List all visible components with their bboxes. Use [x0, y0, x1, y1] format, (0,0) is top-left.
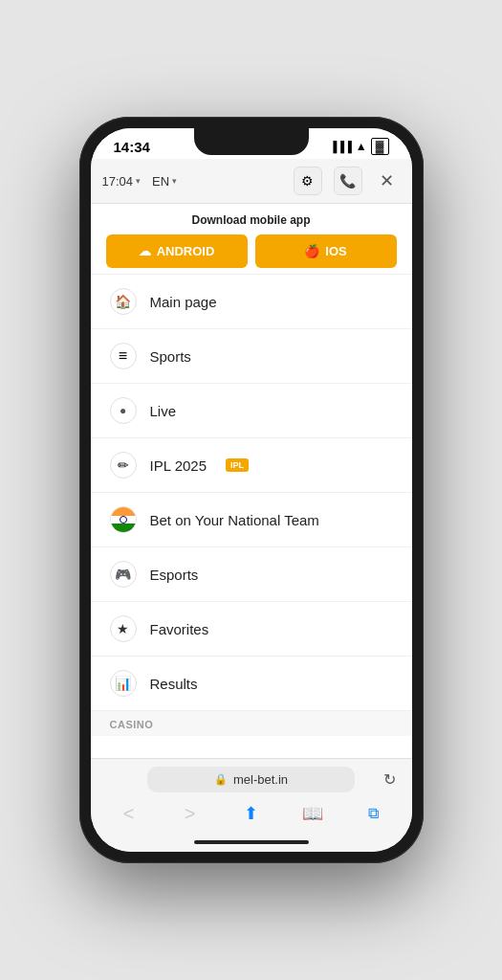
- close-button[interactable]: ✕: [374, 167, 401, 194]
- lang-chevron-icon: ▾: [172, 176, 177, 186]
- android-download-button[interactable]: ☁ ANDROID: [106, 234, 248, 268]
- lang-dropdown[interactable]: EN ▾: [152, 174, 177, 189]
- india-flag-icon: [110, 506, 137, 533]
- close-icon: ✕: [380, 170, 394, 191]
- forward-icon: >: [185, 803, 196, 825]
- settings-icon: ⚙: [301, 173, 314, 189]
- ios-label: IOS: [325, 244, 346, 258]
- results-icon: 📊: [110, 670, 137, 697]
- download-buttons: ☁ ANDROID 🍎 IOS: [106, 234, 397, 268]
- android-label: ANDROID: [157, 244, 215, 258]
- lock-icon: 🔒: [214, 773, 228, 786]
- menu-label-favorites: Favorites: [150, 621, 209, 637]
- menu-label-sports: Sports: [150, 348, 191, 365]
- settings-button[interactable]: ⚙: [294, 167, 322, 195]
- sports-icon: ≡: [110, 343, 137, 369]
- time-dropdown[interactable]: 17:04 ▾: [102, 174, 142, 189]
- browser-time: 17:04: [102, 174, 134, 189]
- share-button[interactable]: ⬆: [234, 800, 269, 827]
- status-time: 14:34: [114, 139, 150, 155]
- menu-item-sports[interactable]: ≡ Sports: [91, 329, 412, 384]
- address-text: mel-bet.in: [233, 772, 288, 787]
- phone-frame: 14:34 ▐▐▐ ▲ ▓ 17:04 ▾ EN ▾ ⚙: [79, 117, 424, 863]
- ipl-badge: IPL: [226, 458, 249, 472]
- live-icon: ●: [110, 397, 137, 424]
- tabs-icon: ⧉: [368, 805, 379, 822]
- main-content: Download mobile app ☁ ANDROID 🍎 IOS: [91, 204, 412, 758]
- home-indicator: [194, 840, 309, 844]
- menu-label-live: Live: [150, 403, 177, 419]
- time-chevron-icon: ▾: [136, 176, 141, 186]
- forward-button[interactable]: >: [173, 800, 207, 827]
- browser-bar: 17:04 ▾ EN ▾ ⚙ 📞 ✕: [91, 159, 412, 204]
- bookmarks-button[interactable]: 📖: [295, 800, 330, 827]
- menu-item-national-team[interactable]: Bet on Your National Team: [91, 493, 412, 547]
- menu-label-ipl: IPL 2025: [150, 457, 207, 474]
- notch: [194, 128, 309, 155]
- phone-button[interactable]: 📞: [334, 167, 362, 195]
- bookmarks-icon: 📖: [302, 803, 323, 824]
- nav-buttons: < > ⬆ 📖 ⧉: [91, 798, 412, 833]
- browser-bottom: 🔒 mel-bet.in ↻ < > ⬆: [91, 758, 412, 852]
- download-banner: Download mobile app ☁ ANDROID 🍎 IOS: [91, 204, 412, 275]
- wifi-icon: ▲: [356, 140, 367, 153]
- tabs-button[interactable]: ⧉: [357, 800, 391, 827]
- menu-label-main-page: Main page: [150, 294, 217, 310]
- apple-icon: 🍎: [304, 244, 319, 258]
- browser-lang: EN: [152, 174, 169, 189]
- address-bar[interactable]: 🔒 mel-bet.in: [147, 767, 355, 792]
- phone-container: 14:34 ▐▐▐ ▲ ▓ 17:04 ▾ EN ▾ ⚙: [0, 0, 502, 980]
- ios-download-button[interactable]: 🍎 IOS: [255, 234, 397, 268]
- menu-label-esports: Esports: [150, 567, 199, 583]
- menu-label-national-team: Bet on Your National Team: [150, 512, 319, 528]
- menu-item-results[interactable]: 📊 Results: [91, 657, 412, 711]
- download-title: Download mobile app: [106, 213, 397, 227]
- share-icon: ⬆: [244, 803, 258, 824]
- favorites-icon: ★: [110, 615, 137, 642]
- menu-item-ipl[interactable]: ✏ IPL 2025 IPL: [91, 438, 412, 493]
- menu-item-esports[interactable]: 🎮 Esports: [91, 547, 412, 602]
- menu-list: 🏠 Main page ≡ Sports ● Live: [91, 275, 412, 711]
- menu-item-favorites[interactable]: ★ Favorites: [91, 602, 412, 657]
- esports-icon: 🎮: [110, 561, 137, 588]
- casino-section-label: CASINO: [91, 711, 412, 736]
- menu-label-results: Results: [150, 676, 198, 692]
- menu-item-main-page[interactable]: 🏠 Main page: [91, 275, 412, 329]
- cloud-icon: ☁: [139, 244, 151, 258]
- status-icons: ▐▐▐ ▲ ▓: [329, 138, 388, 155]
- signal-icon: ▐▐▐: [329, 141, 351, 152]
- phone-screen: 14:34 ▐▐▐ ▲ ▓ 17:04 ▾ EN ▾ ⚙: [91, 128, 412, 852]
- back-button[interactable]: <: [112, 800, 146, 827]
- menu-item-live[interactable]: ● Live: [91, 384, 412, 438]
- back-icon: <: [123, 803, 135, 825]
- battery-icon: ▓: [371, 138, 389, 155]
- reload-button[interactable]: ↻: [383, 770, 396, 789]
- ipl-icon: ✏: [110, 452, 137, 479]
- home-icon: 🏠: [110, 288, 137, 315]
- phone-icon: 📞: [339, 173, 356, 189]
